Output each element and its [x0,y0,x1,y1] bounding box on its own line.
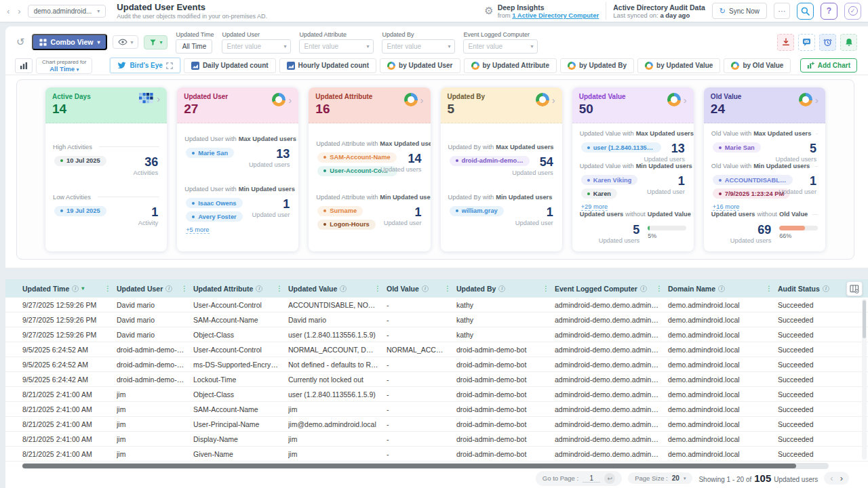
event-logged-computer-select[interactable]: Enter value ▾ [463,39,538,54]
sort-icon[interactable]: ▾ [81,285,84,291]
table-row[interactable]: 9/27/2025 12:59:26 PM David mario Object… [5,327,868,342]
info-icon[interactable]: i [640,285,647,292]
col-event-logged-computer[interactable]: Event Logged Computeri ⋮ [555,285,668,293]
info-icon[interactable]: i [256,285,262,292]
card-updated-user[interactable]: Updated User 27 › Updated User withMax U… [177,87,298,251]
chart-list-button[interactable] [15,58,33,73]
chevron-right-icon[interactable]: › [552,95,555,105]
table-row[interactable]: 9/27/2025 12:59:26 PM David mario SAM-Ac… [5,312,868,327]
go-button[interactable]: ↩ [604,473,615,484]
alerts-button[interactable] [840,34,857,51]
prev-page-icon[interactable]: ‹ [830,473,833,483]
entity-pill[interactable]: Karen [581,188,617,199]
more-link[interactable]: +29 more [581,203,608,211]
tab-by-updated-attribute[interactable]: by Updated Attribute [464,58,557,73]
add-chart-button[interactable]: Add Chart [800,58,857,73]
info-icon[interactable]: i [498,285,505,292]
table-row[interactable]: 9/5/2025 6:24:52 AM droid-admin-demo-bot… [5,357,868,372]
visibility-button[interactable]: ▾ [113,35,138,49]
nav-back-icon[interactable]: ‹ [5,6,11,16]
table-row[interactable]: 9/5/2025 6:24:52 AM droid-admin-demo-bot… [5,342,868,357]
domain-dropdown[interactable]: demo.admindroid... ▾ [28,5,106,18]
more-options-button[interactable]: ⋯ [774,3,790,19]
info-icon[interactable]: i [823,285,829,292]
chart-prepared-for[interactable]: Chart prepared for All Time ▾ [36,58,92,74]
tab-by-updated-user[interactable]: by Updated User [380,58,460,73]
tab-daily-updated-count[interactable]: Daily Updated count [184,58,276,73]
card-updated-value[interactable]: Updated Value 50 › Updated Value withMax… [572,87,694,251]
vertical-scrollbar[interactable] [862,299,867,460]
chevron-right-icon[interactable]: › [420,95,424,105]
table-row[interactable]: 8/21/2025 2:41:00 AM jim Display-Name ji… [5,432,868,447]
entity-pill[interactable]: 10 Jul 2025 [54,156,106,166]
column-separator-icon[interactable]: ⋮ [276,285,283,292]
more-link[interactable]: +16 more [713,203,740,211]
col-domain-name[interactable]: Domain Namei ⋮ [668,285,778,293]
feedback-button[interactable] [798,34,815,51]
entity-pill[interactable]: Logon-Hours [317,220,375,230]
column-separator-icon[interactable]: ⋮ [104,285,111,292]
entity-pill[interactable]: Isaac Owens [186,198,242,208]
next-page-icon[interactable]: › [840,473,843,483]
info-icon[interactable]: i [718,285,725,292]
col-old-value[interactable]: Old Valuei ⋮ [387,285,456,293]
table-row[interactable]: 8/21/2025 2:41:00 AM jim Given-Name jim … [5,447,868,462]
card-old-value[interactable]: Old Value 24 › Old Value withMax Updated… [704,87,825,251]
active-directory-computer-link[interactable]: 1 Active Directory Computer [512,12,599,19]
entity-pill[interactable]: 19 Jul 2025 [54,206,106,216]
entity-pill[interactable]: Marie San [713,142,761,152]
table-row[interactable]: 8/21/2025 2:41:00 AM jim SAM-Account-Nam… [5,402,868,417]
info-icon[interactable]: i [340,285,347,292]
view-mode-button[interactable]: Combo View ▾ [32,34,108,50]
column-separator-icon[interactable]: ⋮ [542,285,549,292]
updated-by-select[interactable]: Enter value ▾ [382,39,455,54]
col-updated-user[interactable]: Updated Useri ⋮ [117,285,193,293]
scrollbar-thumb[interactable] [22,464,796,468]
info-icon[interactable]: i [165,285,172,292]
download-button[interactable] [777,34,794,51]
tab-by-updated-value[interactable]: by Updated Value [637,58,720,73]
col-updated-by[interactable]: Updated Byi ⋮ [456,285,555,293]
chevron-right-icon[interactable]: › [157,94,160,104]
updated-time-value[interactable]: All Time [176,39,212,54]
table-row[interactable]: 9/27/2025 12:59:26 PM David mario User-A… [5,298,868,312]
card-updated-by[interactable]: Updated By 5 › Updated By withMax Update… [441,87,562,251]
info-icon[interactable]: i [72,285,79,292]
column-separator-icon[interactable]: ⋮ [181,285,188,292]
more-link[interactable]: +5 more [186,226,209,234]
scrollbar-thumb[interactable] [863,300,866,338]
entity-pill[interactable]: Avery Foster [186,211,243,222]
tab-hourly-updated-count[interactable]: Hourly Updated count [279,58,376,73]
entity-pill[interactable]: Karen Viking [581,175,638,185]
search-button[interactable] [797,3,814,20]
horizontal-scrollbar[interactable] [22,463,829,469]
column-settings-button[interactable] [846,281,863,296]
table-row[interactable]: 8/21/2025 2:41:00 AM jim User-Principal-… [5,417,868,432]
column-separator-icon[interactable]: ⋮ [374,285,381,292]
chevron-right-icon[interactable]: › [684,95,687,105]
card-active-days[interactable]: Active Days 14 › High Activities 10 Jul … [45,87,167,251]
history-icon[interactable]: ↺ [16,36,25,48]
status-check-button[interactable]: ✓ [844,3,861,20]
column-separator-icon[interactable]: ⋮ [766,285,772,292]
column-separator-icon[interactable]: ⋮ [444,285,451,292]
schedule-button[interactable] [819,34,836,51]
page-size-control[interactable]: Page Size : 20 ▾ [628,472,692,484]
table-row[interactable]: 9/5/2025 6:24:42 AM droid-admin-demo-bot… [5,372,868,387]
table-row[interactable]: 8/21/2025 2:41:00 AM jim Object-Class us… [5,387,868,402]
goto-page-input[interactable] [583,474,600,483]
info-icon[interactable]: i [422,285,429,292]
col-updated-attribute[interactable]: Updated Attributei ⋮ [193,285,288,293]
card-updated-attribute[interactable]: Updated Attribute 16 › Updated Attribute… [309,87,430,251]
tab-by-updated-by[interactable]: by Updated By [560,58,634,73]
sync-now-button[interactable]: ↻ Sync Now [712,3,767,19]
updated-attribute-select[interactable]: Enter value ▾ [299,39,374,54]
tab-birds-eye[interactable]: Bird's Eye [110,58,180,73]
entity-pill[interactable]: Marie San [186,148,234,158]
help-button[interactable]: ? [821,3,837,20]
col-updated-value[interactable]: Updated Valuei ⋮ [288,285,387,293]
nav-forward-icon[interactable]: › [16,6,22,16]
entity-pill[interactable]: Surname [317,206,363,216]
entity-pill[interactable]: william.gray [450,206,504,216]
filter-button[interactable]: ▾ [144,35,167,49]
